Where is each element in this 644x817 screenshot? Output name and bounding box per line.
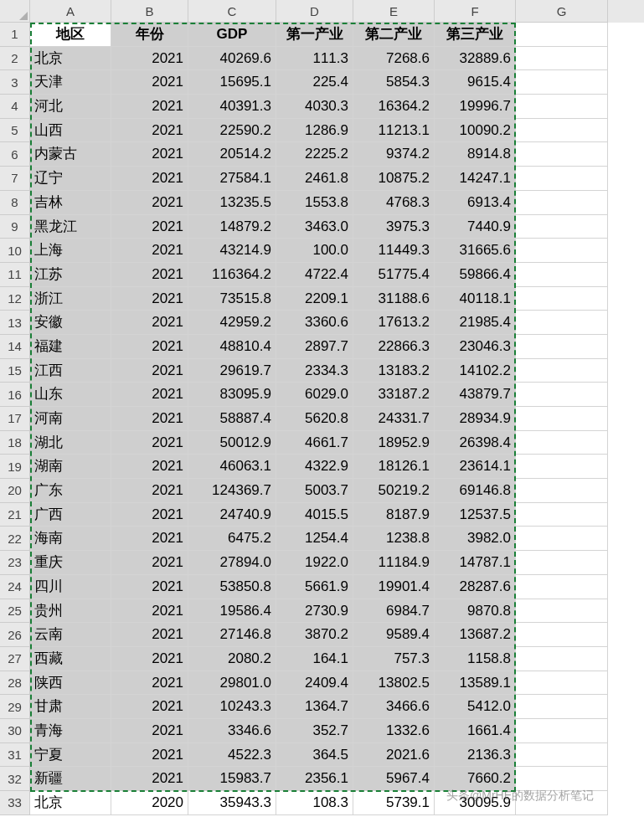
cell[interactable]: 31665.6 xyxy=(435,239,516,263)
cell[interactable]: 1553.8 xyxy=(276,191,353,215)
cell[interactable]: 3346.6 xyxy=(188,719,276,743)
cell[interactable]: 2021 xyxy=(111,431,188,455)
cell[interactable]: 2021 xyxy=(111,671,188,696)
cell[interactable]: 100.0 xyxy=(276,239,353,263)
cell[interactable]: 16364.2 xyxy=(353,95,435,119)
cell[interactable]: 5412.0 xyxy=(435,695,516,719)
cell[interactable]: 8914.8 xyxy=(435,142,516,167)
row-header[interactable]: 3 xyxy=(0,70,30,95)
cell[interactable]: 46063.1 xyxy=(188,455,276,479)
cell[interactable]: 13183.2 xyxy=(353,359,435,383)
cell[interactable]: 13687.2 xyxy=(435,623,516,647)
cell[interactable]: 山西 xyxy=(30,119,111,143)
cell[interactable]: 5854.3 xyxy=(353,70,435,95)
cell[interactable]: 2409.4 xyxy=(276,671,353,696)
cell[interactable]: 20514.2 xyxy=(188,142,276,167)
row-header[interactable]: 18 xyxy=(0,431,30,455)
cell[interactable] xyxy=(516,335,608,359)
row-header[interactable]: 11 xyxy=(0,263,30,287)
cell[interactable]: 40391.3 xyxy=(188,95,276,119)
cell[interactable]: 40269.6 xyxy=(188,47,276,71)
cell[interactable]: 35943.3 xyxy=(188,791,276,815)
cell[interactable]: 4322.9 xyxy=(276,455,353,479)
row-header[interactable]: 25 xyxy=(0,599,30,624)
cell[interactable] xyxy=(516,167,608,191)
col-header-F[interactable]: F xyxy=(435,0,516,23)
cell[interactable]: 新疆 xyxy=(30,767,111,791)
cell[interactable]: 21985.4 xyxy=(435,311,516,335)
row-header[interactable]: 6 xyxy=(0,142,30,167)
col-header-G[interactable]: G xyxy=(516,0,608,23)
row-header[interactable]: 10 xyxy=(0,239,30,263)
cell[interactable]: GDP xyxy=(188,23,276,47)
row-header[interactable]: 24 xyxy=(0,575,30,599)
cell[interactable]: 2021 xyxy=(111,335,188,359)
cell[interactable]: 164.1 xyxy=(276,647,353,671)
row-header[interactable]: 22 xyxy=(0,527,30,551)
cell[interactable]: 2021 xyxy=(111,167,188,191)
cell[interactable]: 6029.0 xyxy=(276,383,353,407)
cell[interactable]: 2020 xyxy=(111,791,188,815)
row-header[interactable]: 30 xyxy=(0,719,30,743)
cell[interactable]: 1158.8 xyxy=(435,647,516,671)
cell[interactable] xyxy=(516,383,608,407)
cell[interactable]: 2021 xyxy=(111,359,188,383)
cell[interactable]: 2021 xyxy=(111,503,188,527)
cell[interactable] xyxy=(516,791,608,815)
cell[interactable] xyxy=(516,407,608,431)
cell[interactable] xyxy=(516,95,608,119)
cell[interactable]: 73515.8 xyxy=(188,287,276,311)
cell[interactable]: 2021 xyxy=(111,455,188,479)
cell[interactable]: 广东 xyxy=(30,479,111,503)
cell[interactable]: 10243.3 xyxy=(188,695,276,719)
cell[interactable]: 12537.5 xyxy=(435,503,516,527)
cell[interactable]: 2021 xyxy=(111,623,188,647)
cell[interactable]: 4015.5 xyxy=(276,503,353,527)
row-header[interactable]: 8 xyxy=(0,191,30,215)
cell[interactable]: 29801.0 xyxy=(188,671,276,696)
cell[interactable]: 2021 xyxy=(111,119,188,143)
row-header[interactable]: 4 xyxy=(0,95,30,119)
row-header[interactable]: 20 xyxy=(0,479,30,503)
cell[interactable]: 32889.6 xyxy=(435,47,516,71)
cell[interactable]: 山东 xyxy=(30,383,111,407)
cell[interactable]: 5003.7 xyxy=(276,479,353,503)
cell[interactable]: 11213.1 xyxy=(353,119,435,143)
cell[interactable]: 14787.1 xyxy=(435,551,516,575)
row-header[interactable]: 29 xyxy=(0,695,30,719)
cell[interactable]: 年份 xyxy=(111,23,188,47)
cell[interactable]: 广西 xyxy=(30,503,111,527)
cell[interactable]: 13589.1 xyxy=(435,671,516,696)
row-header[interactable]: 28 xyxy=(0,671,30,696)
cell[interactable] xyxy=(516,431,608,455)
col-header-D[interactable]: D xyxy=(276,0,353,23)
cell[interactable]: 7660.2 xyxy=(435,767,516,791)
cell[interactable]: 4522.3 xyxy=(188,743,276,768)
cell[interactable]: 42959.2 xyxy=(188,311,276,335)
cell[interactable] xyxy=(516,671,608,696)
cell[interactable]: 9870.8 xyxy=(435,599,516,624)
row-header[interactable]: 21 xyxy=(0,503,30,527)
cell[interactable]: 22866.3 xyxy=(353,335,435,359)
cell[interactable]: 云南 xyxy=(30,623,111,647)
cell[interactable]: 浙江 xyxy=(30,287,111,311)
cell[interactable]: 15983.7 xyxy=(188,767,276,791)
cell[interactable]: 2209.1 xyxy=(276,287,353,311)
cell[interactable]: 2334.3 xyxy=(276,359,353,383)
cell[interactable]: 11184.9 xyxy=(353,551,435,575)
cell[interactable]: 第三产业 xyxy=(435,23,516,47)
cell[interactable] xyxy=(516,479,608,503)
cell[interactable]: 83095.9 xyxy=(188,383,276,407)
cell[interactable]: 2021 xyxy=(111,647,188,671)
cell[interactable] xyxy=(516,551,608,575)
cell[interactable]: 2080.2 xyxy=(188,647,276,671)
cell[interactable]: 5620.8 xyxy=(276,407,353,431)
cell[interactable]: 湖北 xyxy=(30,431,111,455)
cell[interactable]: 1332.6 xyxy=(353,719,435,743)
cell[interactable]: 757.3 xyxy=(353,647,435,671)
cell[interactable] xyxy=(516,287,608,311)
cell[interactable]: 22590.2 xyxy=(188,119,276,143)
cell[interactable]: 4661.7 xyxy=(276,431,353,455)
cell[interactable]: 2021 xyxy=(111,191,188,215)
row-header[interactable]: 17 xyxy=(0,407,30,431)
